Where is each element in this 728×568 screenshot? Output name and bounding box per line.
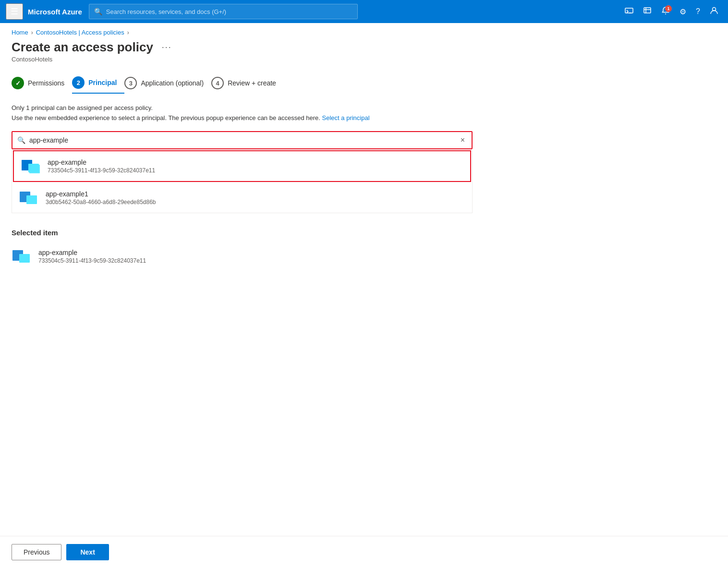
- search-results-list: app-example 733504c5-3911-4f13-9c59-32c8…: [12, 150, 473, 213]
- notifications-button[interactable]: 1: [657, 3, 674, 20]
- result-info-2: app-example1 3d0b5462-50a8-4660-a6d8-29e…: [46, 190, 465, 205]
- result-id-1: 733504c5-3911-4f13-9c59-32c824037e11: [48, 167, 463, 174]
- breadcrumb-home[interactable]: Home: [12, 29, 28, 36]
- step-label-1: Permissions: [28, 79, 64, 87]
- svg-rect-14: [19, 254, 30, 263]
- search-icon: 🔍: [94, 8, 102, 15]
- hamburger-menu-button[interactable]: ☰: [6, 3, 23, 20]
- breadcrumb-sep-2: ›: [127, 29, 129, 36]
- result-id-2: 3d0b5462-50a8-4660-a6d8-29eede85d86b: [46, 199, 465, 205]
- info-line-1: Only 1 principal can be assigned per acc…: [12, 103, 716, 113]
- result-info-1: app-example 733504c5-3911-4f13-9c59-32c8…: [48, 158, 463, 174]
- wizard-step-principal[interactable]: 2 Principal: [72, 73, 124, 94]
- selected-app-icon: [12, 246, 32, 266]
- svg-rect-2: [644, 8, 651, 13]
- page-more-button[interactable]: ···: [159, 41, 175, 53]
- info-line-2: Use the new embedded experience to selec…: [12, 113, 716, 123]
- global-search-box[interactable]: 🔍: [89, 4, 358, 19]
- selected-item-name: app-example: [38, 249, 716, 256]
- search-input-row: 🔍 ×: [12, 132, 472, 148]
- app-icon-1: [21, 156, 41, 176]
- wizard-step-review[interactable]: 4 Review + create: [211, 73, 284, 93]
- top-navigation: ☰ Microsoft Azure 🔍 1 ⚙ ?: [0, 0, 728, 23]
- cloud-shell-button[interactable]: [621, 3, 637, 20]
- wizard-step-permissions[interactable]: ✓ Permissions: [12, 73, 72, 93]
- breadcrumb-parent[interactable]: ContosoHotels | Access policies: [36, 29, 124, 36]
- directory-button[interactable]: [639, 3, 655, 20]
- page-title: Create an access policy: [12, 40, 153, 55]
- selected-item-section: Selected item app-example 733504c5-3911-…: [12, 229, 716, 269]
- result-name-1: app-example: [48, 158, 463, 166]
- info-text: Only 1 principal can be assigned per acc…: [12, 103, 716, 123]
- result-name-2: app-example1: [46, 190, 465, 198]
- select-principal-link[interactable]: Select a principal: [322, 114, 370, 121]
- topnav-right-actions: 1 ⚙ ?: [621, 3, 722, 20]
- main-content: Only 1 principal can be assigned per acc…: [0, 94, 728, 317]
- profile-button[interactable]: [706, 3, 722, 20]
- result-item-2[interactable]: app-example1 3d0b5462-50a8-4660-a6d8-29e…: [12, 183, 472, 213]
- azure-logo: Microsoft Azure: [28, 8, 82, 16]
- search-clear-button[interactable]: ×: [459, 135, 467, 145]
- selected-item-display: app-example 733504c5-3911-4f13-9c59-32c8…: [12, 243, 716, 269]
- info-line-2-text: Use the new embedded experience to selec…: [12, 114, 322, 121]
- selected-item-info: app-example 733504c5-3911-4f13-9c59-32c8…: [38, 249, 716, 264]
- page-header: Create an access policy ···: [0, 36, 728, 55]
- selected-section-title: Selected item: [12, 229, 716, 237]
- result-item-selected[interactable]: app-example 733504c5-3911-4f13-9c59-32c8…: [13, 150, 471, 182]
- page-subtitle: ContosoHotels: [0, 55, 728, 63]
- step-circle-3: 3: [124, 77, 137, 89]
- help-button[interactable]: ?: [692, 4, 704, 19]
- step-label-4: Review + create: [228, 79, 276, 87]
- breadcrumb-sep-1: ›: [31, 29, 33, 36]
- notification-count: 1: [665, 5, 672, 12]
- principal-search-area: 🔍 ×: [12, 131, 473, 149]
- step-circle-1: ✓: [12, 77, 24, 89]
- step-circle-2: 2: [72, 76, 85, 89]
- settings-button[interactable]: ⚙: [676, 4, 690, 19]
- wizard-step-application[interactable]: 3 Application (optional): [124, 73, 211, 93]
- step-label-3: Application (optional): [141, 79, 204, 87]
- app-icon-2: [19, 188, 39, 208]
- step-label-2: Principal: [88, 79, 117, 86]
- principal-search-input[interactable]: [29, 136, 455, 144]
- step-circle-4: 4: [211, 77, 224, 89]
- wizard-steps: ✓ Permissions 2 Principal 3 Application …: [0, 63, 728, 94]
- svg-rect-0: [625, 8, 633, 13]
- svg-rect-10: [28, 164, 39, 172]
- selected-item-id: 733504c5-3911-4f13-9c59-32c824037e11: [38, 257, 716, 264]
- breadcrumb: Home › ContosoHotels | Access policies ›: [0, 23, 728, 36]
- global-search-input[interactable]: [106, 8, 352, 15]
- search-input-icon: 🔍: [17, 136, 25, 144]
- svg-rect-12: [26, 195, 37, 204]
